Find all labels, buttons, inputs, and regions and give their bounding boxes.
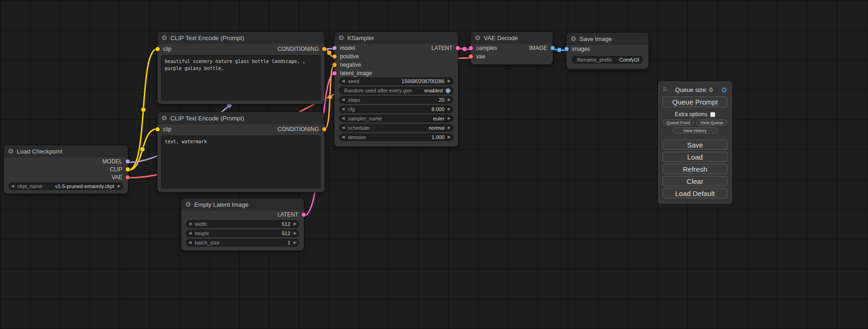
prev-arrow-icon[interactable]: ◀ (11, 184, 14, 188)
denoise-widget[interactable]: ◀ denoise 1.000 ▶ (339, 133, 453, 141)
height-widget[interactable]: ◀ height 512 ▶ (186, 230, 299, 237)
collapse-dot-icon[interactable] (162, 116, 167, 120)
node-vae-decode[interactable]: VAE Decode samples IMAGE vae (471, 32, 553, 64)
increment-arrow-icon[interactable]: ▶ (448, 79, 451, 83)
node-title-bar[interactable]: VAE Decode (471, 32, 553, 44)
node-title-bar[interactable]: Save Image (566, 33, 649, 45)
model-input-port[interactable] (332, 46, 337, 50)
negative-input-port[interactable] (332, 63, 337, 67)
node-title-bar[interactable]: KSampler (334, 32, 458, 44)
latent-image-input-port[interactable] (332, 71, 337, 76)
model-output-port[interactable] (126, 159, 130, 163)
batch-size-widget[interactable]: ◀ batch_size 1 ▶ (186, 239, 299, 246)
negative-prompt-textarea[interactable]: text, watermark (161, 135, 321, 189)
drag-handle-icon[interactable]: ⠿ (663, 86, 667, 93)
next-arrow-icon[interactable]: ▶ (118, 184, 120, 188)
toggle-dot-icon[interactable] (445, 88, 451, 93)
cfg-widget[interactable]: ◀ cfg 8.000 ▶ (339, 105, 453, 113)
load-button[interactable]: Load (663, 152, 727, 162)
samples-input-port[interactable] (469, 46, 473, 50)
port-row-vae: vae (471, 52, 553, 61)
node-clip-text-encode-negative[interactable]: CLIP Text Encode (Prompt) clip CONDITION… (157, 112, 325, 192)
collapse-dot-icon[interactable] (571, 36, 576, 41)
prev-arrow-icon[interactable]: ◀ (342, 126, 345, 130)
node-ksampler[interactable]: KSampler model LATENT positive negative … (334, 32, 458, 147)
conditioning-output-port[interactable] (322, 127, 326, 132)
port-label: IMAGE (529, 45, 547, 51)
next-arrow-icon[interactable]: ▶ (448, 126, 451, 130)
increment-arrow-icon[interactable]: ▶ (448, 107, 451, 111)
widget-label: sampler_name (348, 116, 382, 121)
decrement-arrow-icon[interactable]: ◀ (342, 135, 345, 139)
increment-arrow-icon[interactable]: ▶ (448, 98, 451, 102)
ckpt-name-widget[interactable]: ◀ ckpt_name v1-5-pruned-emaonly.ckpt ▶ (8, 182, 123, 190)
collapse-dot-icon[interactable] (8, 149, 13, 154)
latent-output-port[interactable] (456, 46, 460, 50)
decrement-arrow-icon[interactable]: ◀ (342, 107, 345, 111)
increment-arrow-icon[interactable]: ▶ (294, 222, 296, 226)
load-default-button[interactable]: Load Default (663, 188, 727, 198)
node-title-bar[interactable]: CLIP Text Encode (Prompt) (157, 112, 325, 124)
node-save-image[interactable]: Save Image images filename_prefix ComfyU… (566, 33, 649, 69)
port-label: LATENT (277, 211, 298, 218)
seed-widget[interactable]: ◀ seed 156680208700286 ▶ (339, 77, 453, 85)
view-queue-button[interactable]: View Queue (696, 119, 728, 126)
decrement-arrow-icon[interactable]: ◀ (342, 98, 345, 102)
widget-label: height (195, 231, 209, 236)
clip-output-port[interactable] (126, 167, 130, 171)
port-label: LATENT (431, 45, 452, 51)
random-seed-widget[interactable]: Random seed after every gen enabled (339, 87, 453, 94)
steps-widget[interactable]: ◀ steps 20 ▶ (339, 96, 453, 104)
node-load-checkpoint[interactable]: Load Checkpoint MODEL CLIP VAE ◀ ckpt_na… (4, 145, 128, 194)
node-title-bar[interactable]: Load Checkpoint (4, 145, 128, 157)
next-arrow-icon[interactable]: ▶ (448, 117, 451, 120)
node-empty-latent-image[interactable]: Empty Latent Image LATENT ◀ width 512 ▶ … (181, 198, 304, 251)
image-output-port[interactable] (550, 46, 555, 50)
decrement-arrow-icon[interactable]: ◀ (342, 79, 345, 83)
conditioning-output-port[interactable] (322, 47, 326, 51)
width-widget[interactable]: ◀ width 512 ▶ (186, 220, 299, 228)
widget-label: cfg (348, 106, 355, 112)
increment-arrow-icon[interactable]: ▶ (294, 241, 296, 245)
port-label: clip (163, 46, 171, 52)
extra-options-checkbox[interactable] (710, 112, 715, 117)
latent-output-port[interactable] (302, 213, 306, 217)
widget-value: 20 (439, 97, 445, 103)
queue-front-button[interactable]: Queue Front (663, 119, 694, 126)
vae-output-port[interactable] (126, 175, 130, 179)
positive-prompt-textarea[interactable]: beautiful scenery nature glass bottle la… (161, 55, 321, 100)
sampler-name-widget[interactable]: ◀ sampler_name euler ▶ (339, 115, 453, 122)
collapse-dot-icon[interactable] (339, 35, 344, 40)
refresh-button[interactable]: Refresh (663, 164, 727, 174)
settings-gear-icon[interactable]: ⚙ (721, 86, 727, 93)
clip-input-port[interactable] (155, 127, 160, 132)
collapse-dot-icon[interactable] (186, 202, 191, 207)
decrement-arrow-icon[interactable]: ◀ (189, 231, 191, 235)
filename-prefix-widget[interactable]: filename_prefix ComfyUI (572, 56, 643, 63)
queue-prompt-button[interactable]: Queue Prompt (663, 97, 727, 107)
view-history-button[interactable]: View History (673, 127, 718, 133)
positive-input-port[interactable] (332, 55, 337, 59)
decrement-arrow-icon[interactable]: ◀ (189, 241, 191, 245)
node-graph-canvas[interactable]: Load Checkpoint MODEL CLIP VAE ◀ ckpt_na… (0, 0, 868, 329)
clear-button[interactable]: Clear (663, 176, 727, 186)
node-title-label: KSampler (347, 35, 374, 42)
node-title-bar[interactable]: CLIP Text Encode (Prompt) (157, 32, 325, 44)
widget-value: 156680208700286 (402, 78, 445, 84)
collapse-dot-icon[interactable] (475, 35, 480, 40)
increment-arrow-icon[interactable]: ▶ (294, 231, 296, 235)
save-button[interactable]: Save (663, 140, 727, 150)
wire-midpoint-dot (141, 107, 146, 112)
collapse-dot-icon[interactable] (162, 35, 167, 40)
decrement-arrow-icon[interactable]: ◀ (189, 222, 191, 226)
node-title-bar[interactable]: Empty Latent Image (181, 198, 304, 210)
increment-arrow-icon[interactable]: ▶ (448, 135, 451, 139)
node-clip-text-encode-positive[interactable]: CLIP Text Encode (Prompt) clip CONDITION… (157, 32, 325, 104)
vae-input-port[interactable] (469, 55, 473, 59)
clip-input-port[interactable] (155, 47, 160, 51)
scheduler-widget[interactable]: ◀ scheduler normal ▶ (339, 124, 453, 132)
port-label: positive (340, 53, 359, 60)
widget-value: v1-5-pruned-emaonly.ckpt (55, 183, 114, 189)
images-input-port[interactable] (565, 47, 569, 51)
prev-arrow-icon[interactable]: ◀ (342, 117, 345, 120)
